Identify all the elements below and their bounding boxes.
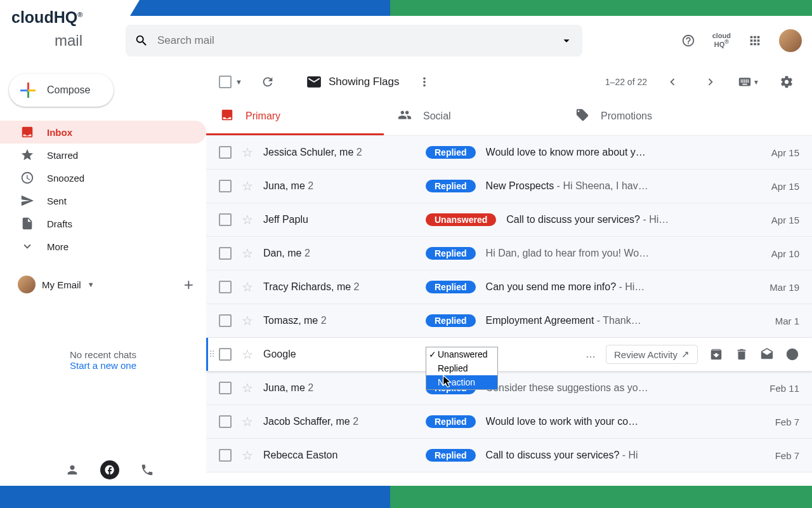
dropdown-option[interactable]: Unanswered: [426, 347, 497, 361]
archive-icon[interactable]: [709, 347, 723, 361]
main-panel: ▼ Showing Flags 1–22 of 22 ▼ Primary: [206, 65, 812, 486]
select-dropdown-icon[interactable]: ▼: [235, 78, 242, 86]
phone-icon[interactable]: [138, 461, 156, 479]
row-checkbox[interactable]: [219, 415, 232, 428]
sender: Google: [263, 349, 416, 360]
tab-label: Promotions: [601, 110, 652, 122]
email-row[interactable]: ☆ Tracy Richards, me 2 Replied Can you s…: [206, 271, 812, 304]
sender: Juna, me 2: [263, 382, 416, 394]
row-checkbox[interactable]: [219, 180, 232, 192]
email-row[interactable]: ☆ Rebecca Easton Replied Call to discuss…: [206, 439, 812, 472]
row-checkbox[interactable]: [219, 146, 232, 159]
add-account-button[interactable]: +: [184, 275, 193, 295]
category-tabs: Primary Social Promotions: [206, 99, 812, 136]
cloudhq-logo: cloudHQ®: [0, 0, 140, 35]
sidebar-item-inbox[interactable]: Inbox: [0, 121, 206, 144]
row-checkbox[interactable]: [219, 348, 232, 361]
email-row[interactable]: ☆ Jeff Paplu Unanswered Call to discuss …: [206, 203, 812, 237]
email-row[interactable]: ☆ Jessica Schuler, me 2 Replied Would lo…: [206, 136, 812, 170]
sender: Tomasz, me 2: [263, 315, 416, 326]
email-row[interactable]: ⠿ ☆ Google Unanswered Replied No action …: [206, 338, 812, 371]
subject: Call to discuss your services? - Hi…: [506, 214, 751, 225]
dropdown-icon[interactable]: [560, 34, 573, 48]
row-checkbox[interactable]: [219, 213, 232, 226]
row-checkbox[interactable]: [219, 247, 232, 260]
showing-flags-label[interactable]: Showing Flags: [306, 74, 400, 90]
person-icon[interactable]: [63, 461, 81, 479]
star-icon: [20, 148, 34, 162]
subject: New Prospects - Hi Sheena, I hav…: [486, 180, 751, 192]
tab-promotions[interactable]: Promotions: [561, 99, 739, 135]
sender: Jeff Paplu: [263, 214, 416, 225]
my-email-section[interactable]: My Email ▼ +: [0, 271, 206, 298]
star-icon[interactable]: ☆: [242, 448, 253, 463]
star-icon[interactable]: ☆: [242, 414, 253, 429]
email-list: ☆ Jessica Schuler, me 2 Replied Would lo…: [206, 136, 812, 486]
email-row[interactable]: ☆ Dan, me 2 Replied Hi Dan, glad to hear…: [206, 237, 812, 271]
drag-handle-icon[interactable]: ⠿: [209, 349, 214, 359]
star-icon[interactable]: ☆: [242, 212, 253, 227]
star-icon[interactable]: ☆: [242, 145, 253, 160]
flag-dropdown[interactable]: Unanswered Replied No action: [426, 347, 498, 390]
tab-label: Social: [423, 110, 451, 122]
row-checkbox[interactable]: [219, 449, 232, 462]
search-bar[interactable]: [126, 25, 582, 57]
subject: Can you send me more info? - Hi…: [486, 281, 751, 293]
row-checkbox[interactable]: [219, 382, 232, 394]
star-icon[interactable]: ☆: [242, 279, 253, 295]
review-activity-button[interactable]: Review Activity ↗: [606, 345, 698, 364]
sender: Tracy Richards, me 2: [263, 281, 416, 293]
star-icon[interactable]: ☆: [242, 347, 253, 362]
dropdown-option[interactable]: No action: [426, 375, 497, 389]
chat-text: No recent chats: [0, 349, 206, 360]
tab-primary[interactable]: Primary: [206, 99, 384, 135]
avatar[interactable]: [779, 29, 802, 52]
flag-icon: [306, 74, 322, 90]
subject: Call to discuss your services? - Hi: [486, 450, 751, 461]
email-row[interactable]: ☆ Juna, me 2 Replied New Prospects - Hi …: [206, 170, 812, 203]
sidebar-item-drafts[interactable]: Drafts: [0, 212, 206, 235]
row-checkbox[interactable]: [219, 281, 232, 293]
input-tools-button[interactable]: ▼: [736, 69, 761, 95]
search-input[interactable]: [157, 34, 551, 47]
tab-social[interactable]: Social: [384, 99, 561, 135]
apps-icon[interactable]: [742, 28, 768, 53]
sidebar-item-starred[interactable]: Starred: [0, 144, 206, 166]
snooze-icon[interactable]: [785, 347, 799, 361]
hangouts-icon[interactable]: [100, 460, 119, 479]
sender: Dan, me 2: [263, 248, 416, 259]
avatar-small: [18, 276, 36, 293]
date: Apr 10: [761, 248, 799, 259]
star-icon[interactable]: ☆: [242, 380, 253, 396]
email-row[interactable]: ☆ Jacob Schaffer, me 2 Replied Would lov…: [206, 405, 812, 439]
dropdown-option[interactable]: Replied: [426, 361, 497, 375]
star-icon[interactable]: ☆: [242, 178, 253, 194]
help-icon[interactable]: [676, 28, 701, 53]
settings-button[interactable]: [774, 69, 799, 95]
start-chat-link[interactable]: Start a new one: [0, 360, 206, 371]
row-checkbox[interactable]: [219, 314, 232, 327]
compose-button[interactable]: Compose: [9, 74, 114, 107]
sidebar-item-sent[interactable]: Sent: [0, 189, 206, 212]
chevron-down-icon: [20, 239, 34, 253]
compose-label: Compose: [47, 84, 90, 96]
date: Apr 15: [761, 215, 799, 225]
date: Mar 19: [761, 282, 799, 293]
more-menu-button[interactable]: [412, 69, 437, 95]
sidebar-item-snoozed[interactable]: Snoozed: [0, 166, 206, 189]
prev-page-button[interactable]: [660, 69, 685, 95]
star-icon[interactable]: ☆: [242, 246, 253, 261]
star-icon[interactable]: ☆: [242, 313, 253, 328]
delete-icon[interactable]: [735, 347, 749, 361]
sidebar-item-more[interactable]: More: [0, 235, 206, 258]
mark-read-icon[interactable]: [760, 347, 774, 361]
email-row[interactable]: ☆ Juna, me 2 Replied Consider these sugg…: [206, 371, 812, 405]
email-row[interactable]: ☆ Tomasz, me 2 Replied Employment Agreem…: [206, 304, 812, 338]
date: Apr 15: [761, 147, 799, 158]
refresh-button[interactable]: [255, 69, 280, 95]
next-page-button[interactable]: [698, 69, 723, 95]
cloudhq-icon[interactable]: cloudHQ®: [712, 32, 731, 48]
social-icon: [398, 108, 412, 124]
select-all-checkbox[interactable]: [219, 76, 232, 88]
subject: Would love to work with your co…: [486, 416, 751, 427]
